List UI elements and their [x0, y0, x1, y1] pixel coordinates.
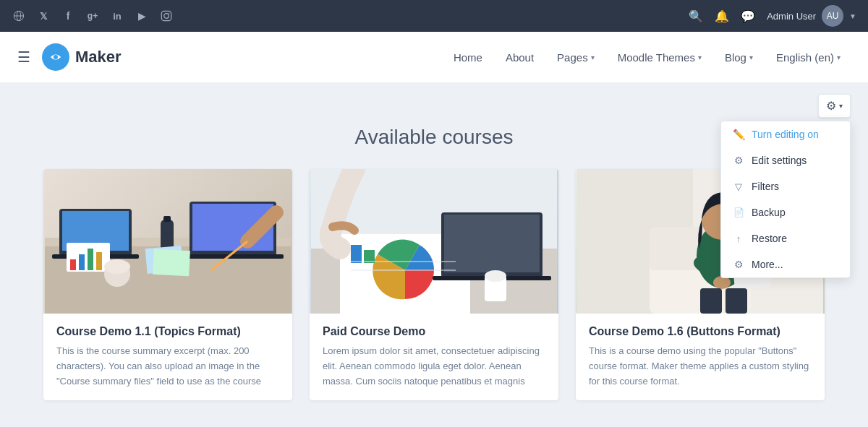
language-dropdown-arrow: ▾ [837, 53, 841, 61]
course-body-1: Course Demo 1.1 (Topics Format) This is … [43, 314, 292, 400]
content-area: ⚙ ▾ ✏️ Turn editing on ⚙ Edit settings ▽… [0, 82, 868, 427]
courses-title: Available courses [43, 126, 825, 149]
svg-rect-13 [70, 259, 76, 270]
blog-dropdown-arrow: ▾ [749, 53, 753, 61]
turn-editing-on-label: Turn editing on [752, 129, 819, 140]
backup-button[interactable]: 📄 Backup [721, 199, 850, 225]
svg-point-37 [485, 270, 506, 282]
restore-icon: ↑ [733, 233, 744, 244]
svg-rect-32 [364, 250, 375, 263]
course-image-2 [310, 169, 558, 314]
restore-button[interactable]: ↑ Restore [721, 225, 850, 251]
twitter-icon[interactable]: 𝕏 [36, 9, 51, 23]
svg-rect-26 [153, 249, 190, 277]
svg-point-6 [54, 55, 58, 59]
pages-dropdown-arrow: ▾ [591, 53, 595, 61]
nav-blog[interactable]: Blog ▾ [715, 46, 763, 69]
nav-language[interactable]: English (en) ▾ [766, 46, 851, 69]
nav-right: Home About Pages ▾ Moodle Themes ▾ Blog … [443, 46, 851, 69]
user-menu-chevron: ▼ [849, 12, 856, 20]
avatar: AU [822, 5, 843, 27]
facebook-icon[interactable]: f [61, 9, 75, 23]
svg-rect-57 [700, 288, 722, 314]
instagram-icon[interactable] [159, 9, 174, 23]
admin-bar: 𝕏 f g+ in ▶ 🔍 🔔 💬 Admin User AU ▼ [0, 0, 868, 32]
filters-button[interactable]: ▽ Filters [721, 173, 850, 199]
more-icon: ⚙ [733, 259, 744, 270]
admin-actions-group: 🔍 🔔 💬 Admin User AU ▼ [689, 5, 856, 27]
notifications-button[interactable]: 🔔 [715, 9, 729, 23]
restore-label: Restore [752, 233, 787, 244]
svg-point-4 [164, 14, 169, 19]
course-title-2: Paid Course Demo [323, 325, 545, 338]
svg-rect-58 [726, 288, 747, 314]
filters-label: Filters [752, 181, 779, 192]
youtube-icon[interactable]: ▶ [135, 9, 149, 23]
search-button[interactable]: 🔍 [689, 9, 703, 23]
themes-dropdown-arrow: ▾ [698, 53, 702, 61]
backup-label: Backup [752, 207, 786, 218]
admin-user-name: Admin User [767, 11, 816, 22]
course-card-2[interactable]: Paid Course Demo Lorem ipsum dolor sit a… [310, 169, 558, 400]
social-icons-group: 𝕏 f g+ in ▶ [12, 9, 174, 23]
hamburger-menu[interactable]: ☰ [17, 48, 30, 66]
avatar-initials: AU [827, 11, 839, 21]
nav-home[interactable]: Home [443, 46, 493, 69]
courses-grid: Course Demo 1.1 (Topics Format) This is … [43, 169, 825, 400]
course-image-1 [43, 169, 292, 314]
svg-rect-14 [79, 254, 85, 270]
filters-icon: ▽ [733, 181, 744, 192]
svg-rect-31 [351, 245, 362, 263]
gear-chevron: ▾ [839, 102, 843, 110]
edit-settings-label: Edit settings [752, 155, 807, 166]
nav-about[interactable]: About [495, 46, 544, 69]
svg-rect-34 [444, 215, 540, 272]
logo-link[interactable]: Maker [42, 43, 122, 71]
linkedin-icon[interactable]: in [110, 9, 124, 23]
course-body-3: Course Demo 1.6 (Buttons Format) This is… [576, 314, 825, 400]
admin-user-menu[interactable]: Admin User AU ▼ [767, 5, 856, 27]
svg-point-5 [169, 13, 169, 14]
course-card-1[interactable]: Course Demo 1.1 (Topics Format) This is … [43, 169, 292, 400]
logo-icon [42, 43, 69, 71]
globe-icon[interactable] [12, 9, 26, 23]
settings-icon: ⚙ [733, 155, 744, 166]
svg-point-23 [104, 259, 130, 274]
google-plus-icon[interactable]: g+ [85, 9, 100, 23]
nav-left: ☰ Maker [17, 43, 122, 71]
backup-icon: 📄 [733, 207, 744, 217]
course-body-2: Paid Course Demo Lorem ipsum dolor sit a… [310, 314, 558, 400]
svg-rect-19 [182, 254, 284, 259]
svg-rect-3 [161, 11, 171, 20]
more-button[interactable]: ⚙ More... [721, 251, 850, 277]
nav-moodle-themes[interactable]: Moodle Themes ▾ [608, 46, 712, 69]
course-desc-3: This is a course demo using the popular … [589, 344, 812, 389]
nav-pages[interactable]: Pages ▾ [547, 46, 605, 69]
more-label: More... [752, 259, 783, 270]
main-nav: ☰ Maker Home About Pages ▾ Moodle Themes… [0, 32, 868, 82]
svg-rect-15 [88, 249, 93, 270]
gear-container: ⚙ ▾ ✏️ Turn editing on ⚙ Edit settings ▽… [818, 94, 851, 118]
gear-icon: ⚙ [826, 99, 836, 113]
course-desc-2: Lorem ipsum dolor sit amet, consectetuer… [323, 344, 545, 389]
course-title-3: Course Demo 1.6 (Buttons Format) [589, 325, 812, 338]
svg-rect-16 [96, 252, 102, 270]
logo-text: Maker [75, 48, 122, 66]
turn-editing-on-button[interactable]: ✏️ Turn editing on [721, 121, 850, 147]
svg-rect-21 [163, 216, 171, 222]
edit-settings-button[interactable]: ⚙ Edit settings [721, 147, 850, 173]
edit-icon: ✏️ [733, 129, 744, 140]
course-desc-1: This is the course summary excerpt (max.… [56, 344, 279, 389]
gear-button[interactable]: ⚙ ▾ [818, 94, 851, 118]
messages-button[interactable]: 💬 [741, 9, 755, 23]
gear-dropdown-menu: ✏️ Turn editing on ⚙ Edit settings ▽ Fil… [720, 121, 851, 278]
course-title-1: Course Demo 1.1 (Topics Format) [56, 325, 279, 338]
